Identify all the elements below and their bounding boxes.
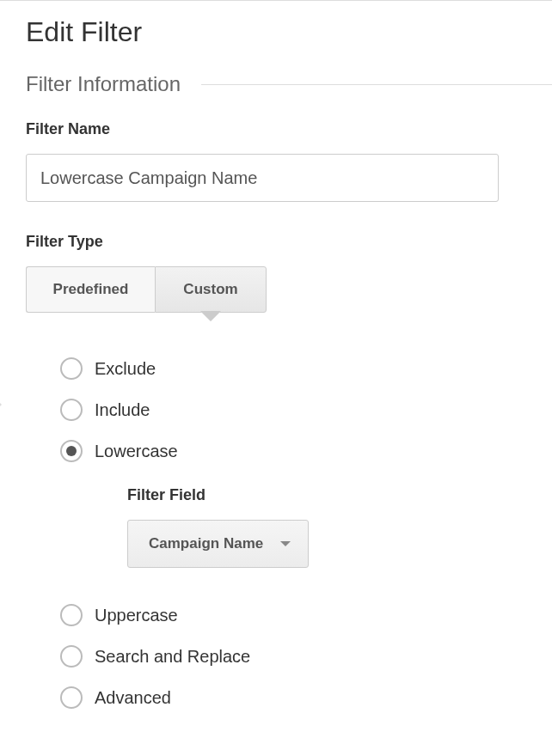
radio-exclude[interactable]: Exclude	[60, 357, 526, 380]
filter-name-group: Filter Name	[0, 120, 552, 202]
custom-filter-radio-list: Exclude Include Lowercase Filter Field C…	[26, 313, 526, 709]
tab-predefined[interactable]: Predefined	[26, 266, 155, 313]
radio-include[interactable]: Include	[60, 399, 526, 421]
radio-icon	[60, 440, 83, 462]
filter-type-group: Filter Type Predefined Custom Exclude In…	[0, 233, 552, 709]
radio-search-replace[interactable]: Search and Replace	[60, 645, 526, 668]
section-header: Filter Information	[26, 72, 201, 96]
filter-type-label: Filter Type	[26, 233, 526, 251]
filter-name-label: Filter Name	[26, 120, 526, 138]
filter-field-value: Campaign Name	[149, 535, 280, 552]
edge-caret-icon	[0, 396, 2, 413]
tab-predefined-label: Predefined	[53, 281, 129, 298]
radio-uppercase[interactable]: Uppercase	[60, 604, 526, 626]
page-title: Edit Filter	[0, 1, 552, 72]
radio-advanced[interactable]: Advanced	[60, 686, 526, 709]
radio-exclude-label: Exclude	[83, 359, 156, 379]
filter-field-dropdown[interactable]: Campaign Name	[127, 520, 309, 568]
chevron-down-icon	[280, 541, 291, 546]
radio-lowercase-label: Lowercase	[83, 442, 178, 461]
radio-search-replace-label: Search and Replace	[83, 647, 250, 667]
radio-icon	[60, 399, 83, 421]
radio-include-label: Include	[83, 400, 150, 420]
radio-advanced-label: Advanced	[83, 688, 171, 708]
section-rule	[201, 84, 552, 85]
filter-name-input[interactable]	[26, 154, 499, 202]
tab-custom-label: Custom	[183, 281, 237, 298]
tab-custom[interactable]: Custom	[155, 266, 267, 313]
filter-field-label: Filter Field	[127, 486, 526, 504]
tab-active-indicator-icon	[201, 312, 220, 321]
radio-icon	[60, 686, 83, 709]
radio-icon	[60, 357, 83, 380]
radio-uppercase-label: Uppercase	[83, 606, 178, 625]
radio-lowercase[interactable]: Lowercase	[60, 440, 526, 462]
radio-icon	[60, 604, 83, 626]
section-header-row: Filter Information	[0, 72, 552, 96]
filter-field-group: Filter Field Campaign Name	[60, 481, 526, 582]
filter-type-tabs: Predefined Custom	[26, 266, 526, 313]
radio-icon	[60, 645, 83, 668]
